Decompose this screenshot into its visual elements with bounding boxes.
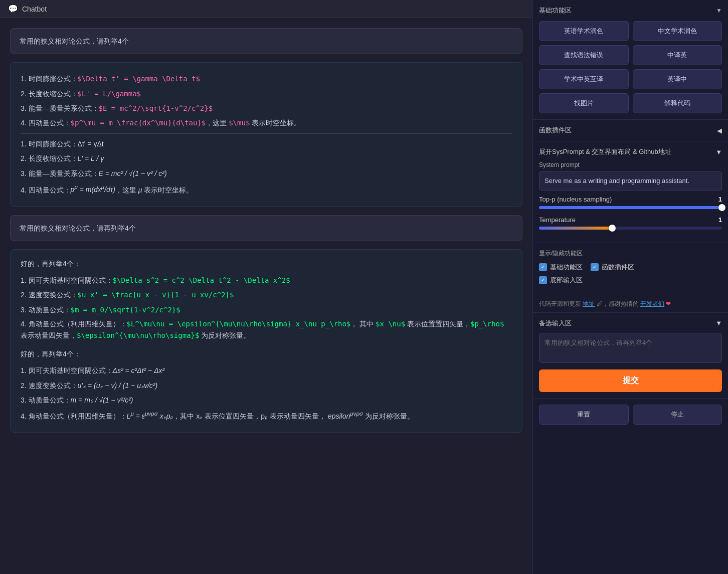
- assistant-intro-2: 好的，再列举4个：: [21, 348, 512, 360]
- sysprompt-title: 展开SysPrompt & 交互界面布局 & Github地址: [539, 147, 671, 156]
- footer-text-before: 代码开源和更新: [539, 300, 581, 307]
- formula-raw-2: $L' = L/\gamma$: [78, 90, 141, 98]
- btn-grammar-check[interactable]: 查找语法错误: [539, 45, 629, 65]
- header-title: Chatbot: [22, 5, 47, 13]
- formula-raw-4: $p^\mu = m \frac{dx^\mu}{d\tau}$: [71, 119, 206, 127]
- formula2-line-1: 1. 闵可夫斯基时空间隔公式：$\Delta s^2 = c^2 \Delta …: [21, 274, 512, 287]
- user-message-2-text: 常用的狭义相对论公式，请再列举4个: [20, 224, 136, 232]
- functions-arrow: ◀: [717, 127, 722, 134]
- top-p-thumb[interactable]: [718, 204, 725, 211]
- top-p-value: 1: [718, 196, 722, 203]
- assistant-message-1: 1. 时间膨胀公式：$\Delta t' = \gamma \Delta t$ …: [10, 62, 522, 207]
- alt-textarea[interactable]: [539, 333, 722, 363]
- sidebar: 基础功能区 ▼ 英语学术润色 中文学术润色 查找语法错误 中译英 学术中英互译 …: [532, 0, 728, 574]
- top-p-section: Top-p (nucleus sampling) 1: [539, 196, 722, 209]
- chat-icon: 💬: [8, 4, 18, 14]
- rendered2-line-4: 4. 角动量公式（利用四维矢量）：Lμ = εμνρσ xᵥpᵨ，其中 xᵥ 表…: [21, 409, 512, 422]
- temperature-track[interactable]: [539, 227, 722, 230]
- contributors-link[interactable]: 开发者们: [640, 300, 664, 307]
- btn-en-academic[interactable]: 英语学术润色: [539, 21, 629, 41]
- btn-en-to-zh[interactable]: 英译中: [633, 69, 722, 89]
- formula2-line-2: 2. 速度变换公式：$u_x' = \frac{u_x - v}{1 - u_x…: [21, 289, 512, 301]
- formula-raw-3: $E = mc^2/\sqrt{1-v^2/c^2}$: [99, 104, 213, 112]
- rendered2-line-1: 1. 闵可夫斯基时空间隔公式：Δs² = c²Δt² − Δx²: [21, 364, 512, 377]
- btn-explain-code[interactable]: 解释代码: [633, 93, 722, 113]
- heart-icon: ❤: [666, 300, 671, 307]
- temperature-label: Temperature: [539, 216, 576, 224]
- btn-zh-to-en[interactable]: 中译英: [633, 45, 722, 65]
- checkbox-input[interactable]: ✓ 底部输入区: [539, 276, 583, 285]
- formula-line-1: 1. 时间膨胀公式：$\Delta t' = \gamma \Delta t$: [21, 73, 512, 85]
- bottom-buttons: 重置 停止: [533, 399, 728, 431]
- formula2-raw-4d: $\epsilon^{\mu\nu\rho\sigma}$: [77, 331, 199, 339]
- basic-section-title: 基础功能区: [539, 6, 572, 15]
- alt-input-header: 备选输入区 ▼: [539, 319, 722, 328]
- footer-text-middle: 🖊，感谢热情的: [597, 300, 639, 307]
- basic-section-header: 基础功能区 ▼: [539, 6, 722, 15]
- checkbox-functions-box[interactable]: ✓: [591, 263, 599, 271]
- visibility-checkboxes-2: ✓ 底部输入区: [539, 276, 722, 285]
- formula-raw-4b: $\mu$: [229, 119, 250, 127]
- checkbox-basic[interactable]: ✓ 基础功能区: [539, 263, 583, 272]
- formula2-raw-3: $m = m_0/\sqrt{1-v^2/c^2}$: [71, 306, 180, 314]
- sysprompt-arrow: ▼: [715, 148, 722, 156]
- formula2-raw-2: $u_x' = \frac{u_x - v}{1 - u_xv/c^2}$: [78, 291, 234, 299]
- assistant-message-2: 好的，再列举4个： 1. 闵可夫斯基时空间隔公式：$\Delta s^2 = c…: [10, 249, 522, 433]
- temperature-thumb[interactable]: [609, 225, 616, 232]
- basic-section-arrow[interactable]: ▼: [716, 7, 722, 14]
- btn-find-image[interactable]: 找图片: [539, 93, 629, 113]
- rendered-line-1: 1. 时间膨胀公式：Δt' = γΔt: [21, 138, 512, 150]
- checkbox-functions[interactable]: ✓ 函数插件区: [591, 263, 634, 272]
- footer-note: 代码开源和更新 地址 🖊，感谢热情的 开发者们 ❤: [533, 295, 728, 313]
- functions-title: 函数插件区: [539, 126, 572, 135]
- chat-header: 💬 Chatbot: [0, 0, 532, 18]
- temperature-label-row: Temperature 1: [539, 216, 722, 224]
- basic-functions-section: 基础功能区 ▼ 英语学术润色 中文学术润色 查找语法错误 中译英 学术中英互译 …: [533, 0, 728, 120]
- checkbox-input-box[interactable]: ✓: [539, 276, 547, 284]
- checkbox-input-label: 底部输入区: [550, 276, 583, 285]
- visibility-checkboxes: ✓ 基础功能区 ✓ 函数插件区: [539, 263, 722, 272]
- rendered-line-2: 2. 长度收缩公式：L' = L / γ: [21, 152, 512, 165]
- sysprompt-label: System prompt: [539, 161, 722, 168]
- basic-btn-grid: 英语学术润色 中文学术润色 查找语法错误 中译英 学术中英互译 英译中 找图片 …: [539, 21, 722, 113]
- checkbox-functions-label: 函数插件区: [602, 263, 634, 272]
- formula-raw-1: $\Delta t' = \gamma \Delta t$: [78, 75, 200, 83]
- temperature-fill: [539, 227, 612, 230]
- visibility-label: 显示/隐藏功能区: [539, 249, 722, 258]
- formula2-raw-4c: $p_\rho$: [470, 320, 504, 328]
- btn-academic-translate[interactable]: 学术中英互译: [539, 69, 629, 89]
- formula2-raw-1: $\Delta s^2 = c^2 \Delta t^2 - \Delta x^…: [113, 276, 290, 284]
- rendered-line-3: 3. 能量—质量关系公式：E = mc² / √(1 − v² / c²): [21, 167, 512, 180]
- sysprompt-header[interactable]: 展开SysPrompt & 交互界面布局 & Github地址 ▼: [539, 147, 722, 156]
- formula2-raw-4: $L^\mu\nu = \epsilon^{\mu\nu\rho\sigma} …: [127, 320, 351, 328]
- checkbox-basic-label: 基础功能区: [550, 263, 583, 272]
- formula-line-3: 3. 能量—质量关系公式：$E = mc^2/\sqrt{1-v^2/c^2}$: [21, 102, 512, 115]
- formula-line-4: 4. 四动量公式：$p^\mu = m \frac{dx^\mu}{d\tau}…: [21, 117, 512, 129]
- main-panel: 💬 Chatbot 常用的狭义相对论公式，请列举4个 1. 时间膨胀公式：$\D…: [0, 0, 532, 574]
- chat-area: 常用的狭义相对论公式，请列举4个 1. 时间膨胀公式：$\Delta t' = …: [0, 18, 532, 574]
- visibility-section: 显示/隐藏功能区 ✓ 基础功能区 ✓ 函数插件区 ✓ 底部输入区: [533, 243, 728, 295]
- reset-button[interactable]: 重置: [539, 405, 629, 425]
- formula2-raw-4b: $x \nu$: [376, 320, 405, 328]
- top-p-label: Top-p (nucleus sampling): [539, 196, 612, 203]
- formula-line-2: 2. 长度收缩公式：$L' = L/\gamma$: [21, 88, 512, 100]
- user-message-1-text: 常用的狭义相对论公式，请列举4个: [20, 37, 129, 45]
- user-message-2: 常用的狭义相对论公式，请再列举4个: [10, 215, 522, 241]
- sysprompt-section: 展开SysPrompt & 交互界面布局 & Github地址 ▼ System…: [533, 141, 728, 243]
- sysprompt-value: Serve me as a writing and programming as…: [539, 171, 722, 190]
- stop-button[interactable]: 停止: [633, 405, 722, 425]
- alt-input-title: 备选输入区: [539, 319, 572, 328]
- btn-zh-academic[interactable]: 中文学术润色: [633, 21, 722, 41]
- temperature-section: Temperature 1: [539, 216, 722, 230]
- formula2-line-4: 4. 角动量公式（利用四维矢量）：$L^\mu\nu = \epsilon^{\…: [21, 318, 512, 342]
- rendered2-line-3: 3. 动质量公式：m = m₀ / √(1 − v²/c²): [21, 394, 512, 407]
- rendered2-line-2: 2. 速度变换公式：u'ₓ = (uₓ − v) / (1 − uₓv/c²): [21, 379, 512, 392]
- top-p-label-row: Top-p (nucleus sampling) 1: [539, 196, 722, 203]
- alt-input-arrow[interactable]: ▼: [715, 319, 722, 327]
- footer-link[interactable]: 地址: [583, 300, 595, 307]
- checkbox-basic-box[interactable]: ✓: [539, 263, 547, 271]
- submit-button[interactable]: 提交: [539, 369, 722, 392]
- functions-plugin-section[interactable]: 函数插件区 ◀: [533, 120, 728, 141]
- top-p-track[interactable]: [539, 206, 722, 209]
- alternate-input-section: 备选输入区 ▼ 提交: [533, 313, 728, 399]
